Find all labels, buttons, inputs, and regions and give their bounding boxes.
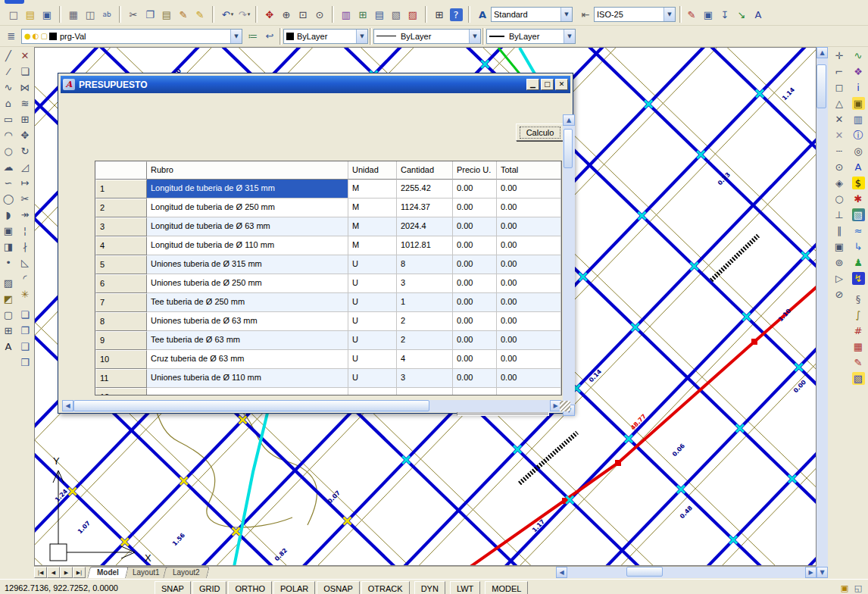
vscroll-track[interactable] — [816, 58, 828, 567]
status-toggle-dyn[interactable]: DYN — [414, 581, 445, 594]
chamfer-icon[interactable]: ◺ — [17, 255, 33, 270]
draworder-under-icon[interactable]: ❒ — [17, 355, 33, 370]
table-cell[interactable]: 2 — [397, 331, 453, 350]
image-view-icon[interactable]: ▧ — [851, 207, 866, 223]
vscroll-thumb[interactable] — [816, 64, 826, 108]
revision-cloud-icon[interactable]: ☁ — [1, 159, 17, 175]
hscroll-track[interactable] — [567, 567, 805, 578]
row-number-cell[interactable]: 12 — [95, 388, 147, 395]
table-cell[interactable]: Longitud de tuberia de Ø 250 mm — [147, 199, 348, 217]
table-cell[interactable]: 1012.81 — [397, 236, 453, 255]
table-cell[interactable]: 0.00 — [453, 236, 497, 255]
region-icon[interactable]: ▢ — [1, 307, 17, 323]
table-icon[interactable]: ⊞ — [1, 323, 17, 339]
table-cell[interactable]: 0.00 — [497, 369, 561, 388]
make-block-icon[interactable]: ◨ — [1, 239, 17, 255]
table-cell[interactable]: 0.00 — [453, 369, 497, 388]
table-row[interactable]: 3Longitud de tuberia de Ø 63 mmM2024.40.… — [95, 217, 561, 236]
match-properties-icon[interactable]: ✎ — [175, 6, 192, 23]
row-number-cell[interactable]: 10 — [95, 350, 147, 369]
table-cell[interactable]: 3 — [397, 274, 453, 293]
status-toggle-ortho[interactable]: ORTHO — [228, 581, 272, 594]
render-scene-icon[interactable]: ❖ — [851, 64, 866, 80]
sketch-profile-icon[interactable]: ∿ — [851, 48, 866, 64]
table-cell[interactable]: U — [348, 350, 397, 369]
tab-model[interactable]: Model — [87, 567, 129, 578]
table-cell[interactable]: Uniones tuberia de Ø 110 mm — [147, 369, 348, 388]
table-cell[interactable]: Tee tuberia de Ø 63 mm — [147, 331, 348, 350]
table-cell[interactable] — [348, 388, 397, 395]
offset-icon[interactable]: ≋ — [17, 95, 33, 111]
tab-nav-previous-icon[interactable]: ◀ — [47, 567, 60, 578]
table-cell[interactable]: 8 — [397, 255, 453, 274]
column-header[interactable]: Total — [497, 161, 561, 180]
row-number-cell[interactable]: 6 — [95, 274, 147, 293]
table-cell[interactable] — [497, 388, 561, 395]
multiline-text-icon[interactable]: A — [1, 339, 17, 355]
table-cell[interactable]: 1 — [397, 293, 453, 312]
break-icon[interactable]: ∤ — [17, 239, 33, 255]
save-icon[interactable]: ▣ — [39, 6, 55, 23]
lightning-icon[interactable]: ↯ — [851, 270, 866, 286]
zoom-realtime-icon[interactable]: ⊕ — [278, 6, 295, 23]
table-row[interactable]: 10Cruz tuberia de Ø 63 mmU40.000.00 — [95, 350, 561, 369]
pipe-wave-icon[interactable]: ≈ — [851, 223, 866, 239]
open-icon[interactable]: ▤ — [22, 6, 39, 23]
table-cell[interactable]: Uniones tuberia de Ø 63 mm — [147, 312, 348, 331]
table-cell[interactable]: U — [348, 255, 397, 274]
snap-extension-icon[interactable]: ┄ — [832, 143, 848, 159]
block-editor-icon[interactable]: ✎ — [192, 6, 208, 23]
table-cell[interactable]: Cruz tuberia de Ø 63 mm — [147, 350, 348, 369]
table-cell[interactable] — [397, 388, 453, 395]
snap-intersection-icon[interactable]: ✕ — [832, 111, 848, 127]
zoom-find-icon[interactable]: ◎ — [851, 143, 866, 159]
dialog-hscroll-thumb[interactable] — [73, 400, 429, 411]
spline-icon[interactable]: ∽ — [1, 175, 17, 191]
new-icon[interactable]: □ — [5, 6, 22, 23]
paperclip-icon[interactable]: § — [851, 291, 866, 307]
arc-icon[interactable]: ◠ — [1, 127, 17, 143]
ellipse-icon[interactable]: ◯ — [1, 191, 17, 207]
markup-set-manager-icon[interactable]: ▨ — [404, 6, 421, 23]
snap-nearest-icon[interactable]: ▷ — [832, 270, 848, 286]
toolbar-lock-icon[interactable]: ▣ — [838, 581, 851, 594]
snap-quadrant-icon[interactable]: ◈ — [832, 175, 848, 191]
table-cell[interactable]: 0.00 — [497, 274, 561, 293]
layer-previous-icon[interactable]: ↩ — [261, 28, 278, 45]
sheetset-manager-icon[interactable]: ▧ — [388, 6, 404, 23]
snap-apparent-intersection-icon[interactable]: ✕ — [832, 127, 848, 143]
scroll-down-icon[interactable]: ▼ — [816, 567, 828, 578]
table-row[interactable]: 12 — [95, 388, 561, 395]
pan-hand-icon[interactable]: ✱ — [851, 191, 866, 207]
dimension-reassociate-icon[interactable]: ↘ — [733, 6, 750, 23]
tab-nav-last-icon[interactable]: ▶| — [73, 567, 86, 578]
table-cell[interactable]: 2024.4 — [397, 217, 453, 236]
hscroll-thumb[interactable] — [626, 567, 663, 577]
table-row[interactable]: 7Tee tuberia de Ø 250 mmU10.000.00 — [95, 293, 561, 312]
erase-icon[interactable]: ✕ — [17, 48, 33, 64]
annotation-text-icon[interactable]: A — [750, 6, 767, 23]
resize-grip[interactable] — [560, 401, 570, 411]
table-row[interactable]: 1Longitud de tuberia de Ø 315 mmM2255.42… — [95, 180, 561, 199]
layer-properties-manager-icon[interactable]: ≣ — [3, 28, 20, 45]
table-cell[interactable] — [147, 388, 348, 395]
cut-icon[interactable]: ✂ — [125, 6, 142, 23]
polyline-icon[interactable]: ∿ — [1, 80, 17, 95]
properties-icon[interactable]: ▤ — [371, 6, 388, 23]
explode-icon[interactable]: ✳ — [17, 286, 33, 302]
polygon-icon[interactable]: ⌂ — [1, 95, 17, 111]
status-toggle-polar[interactable]: POLAR — [273, 581, 315, 594]
table-cell[interactable]: Longitud de tuberia de Ø 110 mm — [147, 236, 348, 255]
lock-icon[interactable]: ▣ — [851, 95, 866, 111]
table-cell[interactable]: M — [348, 236, 397, 255]
snap-parallel-icon[interactable]: ∥ — [832, 223, 848, 239]
stretch-icon[interactable]: ↦ — [17, 175, 33, 191]
table-cell[interactable]: 3 — [397, 369, 453, 388]
status-toggle-lwt[interactable]: LWT — [450, 581, 480, 594]
construction-line-icon[interactable]: ⁄ — [1, 64, 17, 80]
snap-endpoint-icon[interactable]: ◻ — [832, 80, 848, 95]
row-number-cell[interactable]: 5 — [95, 255, 147, 274]
chevron-down-icon[interactable]: ▾ — [231, 11, 234, 17]
snap-node-icon[interactable]: ⊚ — [832, 255, 848, 270]
tab-layout1[interactable]: Layout1 — [123, 567, 169, 578]
